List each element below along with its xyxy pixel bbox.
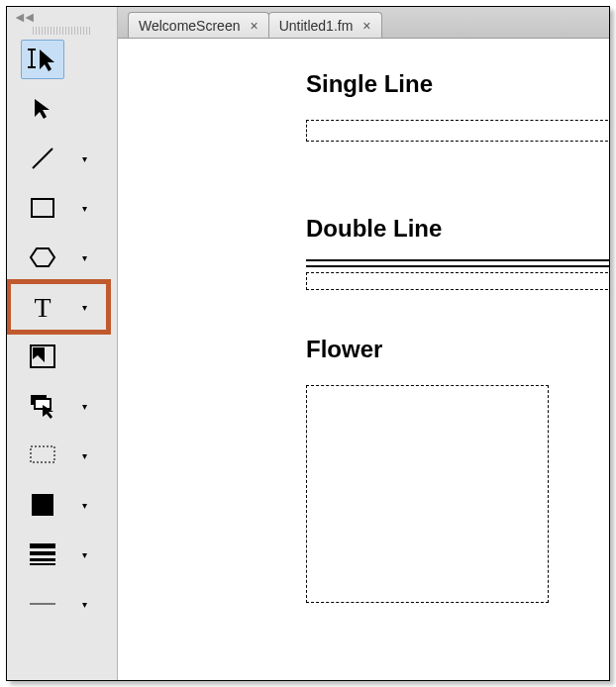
svg-rect-18	[30, 558, 55, 561]
svg-rect-14	[31, 446, 54, 462]
fill-tool-flyout[interactable]: ▾	[76, 485, 92, 525]
rectangle-tool-flyout[interactable]: ▾	[76, 188, 92, 228]
smart-select-icon	[28, 46, 57, 73]
heading-single-line: Single Line	[306, 70, 433, 98]
object-select-icon	[29, 393, 56, 419]
tab-untitled[interactable]: Untitled1.fm ×	[268, 12, 382, 38]
gravity-tool-flyout[interactable]: ▾	[76, 386, 92, 426]
line-tool-flyout[interactable]: ▾	[76, 139, 92, 178]
line-style-tool-flyout[interactable]: ▾	[76, 584, 92, 624]
rule-line-top	[306, 259, 610, 261]
smart-select-tool[interactable]	[21, 40, 64, 79]
text-t-icon: T	[29, 293, 56, 321]
svg-marker-3	[40, 49, 54, 71]
line-tool[interactable]	[21, 139, 64, 178]
arrow-pointer-icon	[31, 97, 54, 121]
polygon-tool-flyout[interactable]: ▾	[76, 238, 92, 277]
svg-rect-19	[30, 563, 55, 565]
text-frame-icon	[29, 344, 56, 369]
line-icon	[30, 146, 55, 171]
line-weight-icon	[30, 543, 55, 565]
text-frame-double-line[interactable]	[306, 272, 610, 290]
collapse-panel-icon[interactable]: ◄◄	[13, 9, 33, 25]
anchored-frame-flower[interactable]	[306, 385, 549, 603]
svg-rect-6	[32, 199, 53, 217]
app-frame: ◄◄	[6, 6, 610, 681]
text-frame-tool[interactable]	[21, 337, 64, 376]
marquee-tool-flyout[interactable]: ▾	[76, 436, 92, 475]
dotted-marquee-icon	[30, 445, 55, 465]
document-canvas[interactable]: Single Line Double Line Flower	[118, 39, 609, 680]
tab-welcome[interactable]: WelcomeScreen ×	[128, 12, 269, 38]
rule-line-bottom	[306, 265, 610, 267]
line-weight-tool-flyout[interactable]: ▾	[76, 535, 92, 574]
text-tool[interactable]: T	[21, 287, 64, 327]
line-weight-tool[interactable]	[21, 535, 64, 574]
svg-marker-4	[35, 99, 50, 119]
line-style-tool[interactable]	[21, 584, 64, 624]
svg-line-5	[33, 148, 52, 168]
fill-swatch-icon	[31, 493, 54, 517]
gravity-tool[interactable]	[21, 386, 64, 426]
polygon-tool[interactable]	[21, 238, 64, 277]
svg-text:T: T	[34, 293, 51, 321]
svg-rect-17	[30, 551, 55, 555]
rectangle-icon	[30, 195, 55, 221]
fill-tool[interactable]	[21, 485, 64, 525]
svg-marker-10	[33, 347, 45, 362]
heading-double-line: Double Line	[306, 215, 442, 243]
panel-gripper[interactable]	[33, 27, 92, 35]
svg-rect-15	[32, 494, 53, 516]
rectangle-tool[interactable]	[21, 188, 64, 228]
heading-flower: Flower	[306, 336, 382, 363]
tab-label: WelcomeScreen	[139, 18, 240, 34]
tools-panel: ◄◄	[7, 7, 118, 680]
svg-marker-7	[31, 248, 54, 266]
svg-rect-16	[30, 543, 55, 548]
close-icon[interactable]: ×	[250, 19, 257, 33]
select-tool[interactable]	[21, 89, 64, 129]
document-tabbar: WelcomeScreen × Untitled1.fm ×	[118, 7, 609, 39]
tab-label: Untitled1.fm	[279, 18, 354, 34]
marquee-tool[interactable]	[21, 436, 64, 475]
hexagon-icon	[29, 245, 56, 270]
close-icon[interactable]: ×	[362, 19, 370, 33]
text-frame-single-line[interactable]	[306, 120, 610, 142]
thin-line-icon	[30, 600, 55, 608]
text-tool-flyout[interactable]: ▾	[76, 287, 92, 327]
tools-panel-header: ◄◄	[7, 7, 117, 35]
